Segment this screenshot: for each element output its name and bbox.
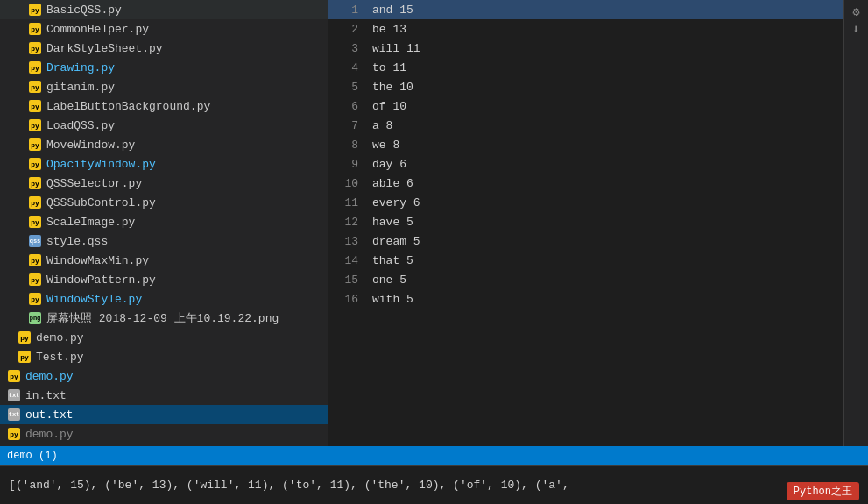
line-number: 12 [328, 216, 372, 229]
code-line-7: 7a 8 [328, 116, 843, 135]
sidebar-item-demo-py-1[interactable]: py demo.py [0, 328, 328, 347]
gear-icon[interactable]: ⚙ [849, 4, 864, 19]
sidebar-item-scaleimage[interactable]: py ScaleImage.py [0, 212, 328, 231]
code-line-11: 11every 6 [328, 193, 843, 212]
py-icon: py [28, 253, 42, 267]
code-line-12: 12have 5 [328, 212, 843, 231]
py-icon: py [28, 273, 42, 287]
sidebar-item-qssselector[interactable]: py QSSSelector.py [0, 174, 328, 193]
line-number: 1 [328, 4, 372, 17]
sidebar-item-out-txt[interactable]: txt out.txt [0, 405, 328, 424]
line-content: every 6 [372, 196, 420, 209]
line-number: 14 [328, 254, 372, 267]
file-name: Drawing.py [46, 61, 115, 75]
py-icon: py [7, 427, 21, 441]
code-line-13: 13dream 5 [328, 231, 843, 251]
line-number: 6 [328, 100, 372, 113]
sidebar-item-opacitywindow[interactable]: py OpacityWindow.py [0, 154, 328, 174]
sidebar-item-darkstyle[interactable]: py DarkStyleSheet.py [0, 39, 328, 58]
file-name: WindowStyle.py [46, 293, 142, 306]
sidebar-item-commonhelper[interactable]: py CommonHelper.py [0, 19, 328, 39]
py-icon: py [28, 118, 42, 132]
file-name: DarkStyleSheet.py [46, 42, 163, 55]
sidebar-item-drawing[interactable]: py Drawing.py [0, 58, 328, 77]
file-name: gitanim.py [46, 81, 115, 94]
txt-icon: txt [7, 388, 21, 402]
code-line-2: 2be 13 [328, 19, 843, 39]
file-name: Test.py [36, 351, 84, 364]
sidebar-item-style-qss[interactable]: qss style.qss [0, 231, 328, 251]
right-icons-bar: ⚙ ⬇ [843, 0, 868, 446]
line-content: be 13 [372, 23, 406, 36]
txt-icon: txt [7, 408, 21, 422]
download-icon[interactable]: ⬇ [849, 21, 864, 37]
file-name: 屏幕快照 2018-12-09 上午10.19.22.png [46, 310, 279, 326]
file-name: CommonHelper.py [46, 23, 149, 36]
file-name: QSSSelector.py [46, 177, 142, 190]
qss-icon: qss [28, 234, 42, 248]
sidebar-item-basicqss[interactable]: py BasicQSS.py [0, 0, 328, 19]
file-name: BasicQSS.py [46, 4, 122, 17]
code-line-5: 5the 10 [328, 77, 843, 96]
sidebar-item-windowpattern[interactable]: py WindowPattern.py [0, 270, 328, 289]
sidebar-item-loadqss[interactable]: py LoadQSS.py [0, 116, 328, 135]
sidebar-item-in-txt[interactable]: txt in.txt [0, 386, 328, 405]
file-name: style.qss [46, 235, 108, 248]
file-name: out.txt [25, 408, 74, 422]
py-icon: py [28, 292, 42, 306]
sidebar-item-labelbtn[interactable]: py LabelButtonBackground.py [0, 96, 328, 116]
line-number: 16 [328, 293, 372, 306]
main-area: py BasicQSS.py py CommonHelper.py py Dar… [0, 0, 868, 446]
sidebar-item-windowmaxmin[interactable]: py WindowMaxMin.py [0, 251, 328, 270]
line-content: will 11 [372, 42, 420, 55]
sidebar-item-movewindow[interactable]: py MoveWindow.py [0, 135, 328, 154]
code-line-16: 16with 5 [328, 289, 843, 309]
py-icon: py [28, 157, 42, 171]
folder-label: demo (1) [7, 450, 58, 462]
line-content: the 10 [372, 81, 413, 94]
file-name: in.txt [25, 389, 67, 402]
file-name: ScaleImage.py [46, 216, 135, 229]
code-line-8: 8we 8 [328, 135, 843, 154]
sidebar-item-demo-py-faded[interactable]: py demo.py [0, 424, 328, 444]
py-icon: py [28, 215, 42, 229]
line-number: 15 [328, 273, 372, 287]
line-number: 5 [328, 81, 372, 94]
file-name: QSSSubControl.py [46, 196, 156, 209]
line-number: 7 [328, 119, 372, 132]
code-line-14: 14that 5 [328, 251, 843, 270]
line-number: 4 [328, 61, 372, 75]
editor-wrapper: 1and 152be 133will 114to 115the 106of 10… [328, 0, 868, 446]
code-content[interactable]: 1and 152be 133will 114to 115the 106of 10… [328, 0, 843, 446]
code-line-4: 4to 11 [328, 58, 843, 77]
file-name: MoveWindow.py [46, 138, 135, 152]
code-line-6: 6of 10 [328, 96, 843, 116]
sidebar-item-screenshot[interactable]: png 屏幕快照 2018-12-09 上午10.19.22.png [0, 309, 328, 328]
sidebar-item-demo-py-root[interactable]: py demo.py [0, 366, 328, 386]
code-line-15: 15one 5 [328, 270, 843, 289]
line-number: 11 [328, 196, 372, 209]
py-icon: py [28, 80, 42, 94]
sidebar-item-test-py[interactable]: py Test.py [0, 347, 328, 366]
py-icon: py [18, 350, 32, 364]
py-icon: py [28, 3, 42, 17]
sidebar-item-windowstyle[interactable]: py WindowStyle.py [0, 289, 328, 309]
line-content: have 5 [372, 216, 413, 229]
output-bar: [('and', 15), ('be', 13), ('will', 11), … [0, 465, 868, 504]
sidebar-item-gitanim[interactable]: py gitanim.py [0, 77, 328, 96]
code-line-9: 9day 6 [328, 154, 843, 174]
py-icon: py [28, 22, 42, 36]
file-name: LoadQSS.py [46, 119, 115, 132]
file-name: WindowMaxMin.py [46, 254, 149, 267]
file-name: demo.py [25, 428, 74, 441]
output-text: [('and', 15), ('be', 13), ('will', 11), … [9, 479, 859, 492]
line-content: we 8 [372, 138, 399, 152]
line-number: 2 [328, 23, 372, 36]
sidebar-item-qsssubcontrol[interactable]: py QSSSubControl.py [0, 193, 328, 212]
py-icon: py [28, 41, 42, 55]
py-icon: py [28, 138, 42, 152]
watermark: Python之王 [787, 482, 859, 500]
line-content: with 5 [372, 293, 413, 306]
line-content: able 6 [372, 177, 413, 190]
code-line-3: 3will 11 [328, 39, 843, 58]
